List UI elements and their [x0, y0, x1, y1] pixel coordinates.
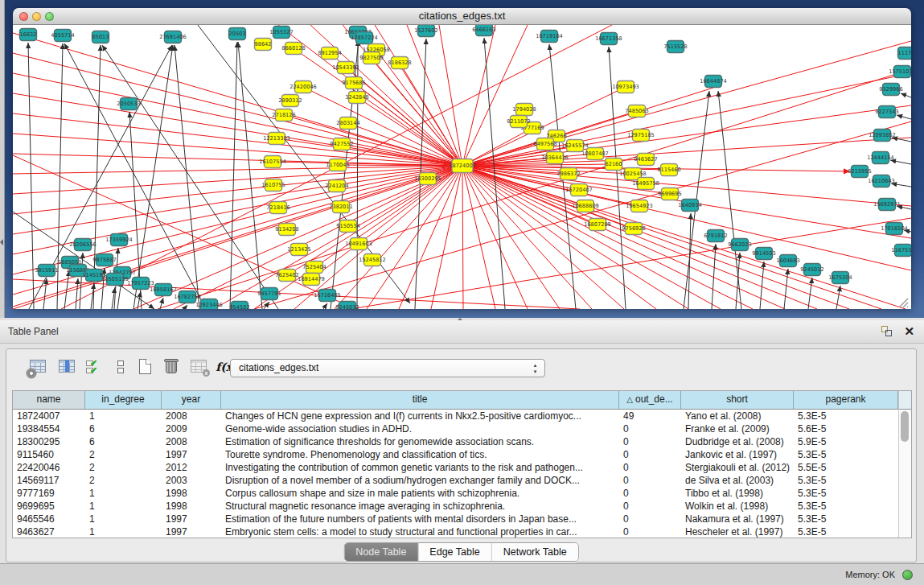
network-node[interactable]: [70, 265, 87, 277]
network-node[interactable]: [541, 31, 558, 43]
memory-indicator-icon[interactable]: [902, 570, 913, 580]
network-edge[interactable]: [184, 305, 187, 309]
cell-in_degree[interactable]: 1: [85, 525, 162, 538]
cell-pagerank[interactable]: 5.3E-5: [794, 513, 898, 525]
network-node[interactable]: [121, 98, 138, 110]
cell-year[interactable]: 2008: [162, 435, 221, 448]
network-node[interactable]: [606, 159, 622, 171]
network-edge[interactable]: [76, 278, 78, 309]
network-node[interactable]: [879, 106, 896, 118]
network-node[interactable]: [270, 202, 287, 214]
network-node[interactable]: [107, 274, 124, 286]
network-node[interactable]: [133, 278, 150, 290]
citation-network-graph[interactable]: 1663240557148501327691406205031055327106…: [13, 25, 911, 309]
network-node[interactable]: [346, 77, 363, 89]
network-node[interactable]: [306, 262, 323, 274]
network-node[interactable]: [601, 33, 618, 45]
network-node[interactable]: [97, 254, 113, 266]
network-edge[interactable]: [462, 25, 528, 166]
network-node[interactable]: [75, 239, 92, 251]
cell-title[interactable]: Structural magnetic resonance image aver…: [221, 500, 619, 513]
west-collapse-arrow-icon[interactable]: [0, 239, 3, 245]
network-edge[interactable]: [462, 166, 634, 229]
cell-pagerank[interactable]: 5.3E-5: [794, 410, 898, 422]
table-row[interactable]: 969969511998Structural magnetic resonanc…: [13, 500, 911, 513]
network-node[interactable]: [165, 31, 182, 43]
network-node[interactable]: [340, 220, 357, 233]
table-row[interactable]: 2242004622012Investigating the contribut…: [13, 461, 911, 474]
vertical-scrollbar[interactable]: [898, 391, 911, 538]
network-node[interactable]: [303, 274, 320, 286]
cell-name[interactable]: 9777169: [13, 487, 85, 500]
float-window-icon[interactable]: [881, 326, 892, 336]
scrollbar-thumb[interactable]: [901, 411, 909, 442]
network-node[interactable]: [179, 291, 196, 303]
network-node[interactable]: [561, 168, 577, 180]
network-node[interactable]: [363, 52, 380, 64]
cell-title[interactable]: Genome-wide association studies in ADHD.: [221, 422, 619, 435]
network-edge[interactable]: [264, 302, 269, 309]
column-header-name[interactable]: name: [13, 391, 85, 409]
cell-out_de[interactable]: 0: [619, 487, 681, 500]
network-edge[interactable]: [13, 134, 462, 166]
cell-out_de[interactable]: 0: [619, 513, 681, 525]
column-header-out_de[interactable]: △out_de...: [619, 391, 681, 409]
network-node[interactable]: [511, 116, 528, 128]
tab-edge-table[interactable]: Edge Table: [418, 543, 491, 561]
network-edge[interactable]: [462, 166, 528, 309]
network-node[interactable]: [638, 178, 655, 190]
network-node[interactable]: [708, 230, 725, 242]
network-edge[interactable]: [367, 166, 462, 309]
table-row[interactable]: 1456911722003Disruption of a novel membe…: [13, 474, 911, 487]
network-edge[interactable]: [897, 115, 911, 119]
network-node[interactable]: [55, 30, 72, 42]
network-node[interactable]: [780, 255, 797, 267]
new-column-icon[interactable]: [135, 356, 158, 378]
network-node[interactable]: [285, 43, 302, 55]
row-height-icon[interactable]: [109, 356, 132, 378]
network-node[interactable]: [895, 245, 912, 257]
network-edge[interactable]: [718, 91, 741, 309]
network-node[interactable]: [705, 76, 722, 88]
network-node[interactable]: [279, 270, 296, 282]
network-node[interactable]: [571, 184, 588, 196]
cell-pagerank[interactable]: 5.6E-5: [794, 422, 898, 435]
cell-in_degree[interactable]: 1: [85, 487, 162, 500]
network-node[interactable]: [638, 154, 655, 166]
network-node[interactable]: [364, 254, 381, 266]
network-node[interactable]: [589, 219, 606, 231]
column-header-short[interactable]: short: [681, 391, 794, 409]
network-node[interactable]: [155, 284, 172, 296]
network-edge[interactable]: [13, 93, 462, 166]
cell-out_de[interactable]: 0: [619, 500, 681, 513]
network-node[interactable]: [201, 299, 218, 310]
network-node[interactable]: [356, 32, 373, 44]
network-node[interactable]: [832, 272, 849, 284]
network-edge[interactable]: [431, 166, 462, 309]
close-panel-icon[interactable]: ✕: [904, 323, 914, 340]
network-edge[interactable]: [904, 230, 911, 232]
cell-pagerank[interactable]: 5.3E-5: [794, 474, 898, 487]
network-node[interactable]: [265, 179, 282, 192]
network-edge[interactable]: [890, 160, 911, 164]
network-node[interactable]: [567, 140, 584, 152]
network-node[interactable]: [476, 25, 493, 36]
cell-out_de[interactable]: 0: [619, 461, 681, 474]
network-edge[interactable]: [230, 42, 237, 309]
table-row[interactable]: 1938455462009Genome-wide association stu…: [13, 422, 911, 435]
tab-node-table[interactable]: Node Table: [344, 543, 418, 561]
cell-year[interactable]: 1998: [162, 487, 221, 500]
network-node[interactable]: [334, 138, 351, 150]
network-edge[interactable]: [462, 25, 495, 166]
cell-in_degree[interactable]: 1: [85, 410, 162, 422]
cell-short[interactable]: Yano et al. (2008): [681, 410, 794, 422]
network-node[interactable]: [732, 239, 749, 251]
network-node[interactable]: [276, 109, 293, 122]
column-header-pagerank[interactable]: pagerank: [794, 391, 898, 409]
cell-short[interactable]: Hescheler et al. (1997): [681, 525, 794, 538]
network-node[interactable]: [883, 84, 900, 96]
network-node[interactable]: [420, 173, 437, 185]
network-edge[interactable]: [28, 43, 34, 309]
cell-name[interactable]: 22420046: [13, 461, 85, 474]
network-node[interactable]: [269, 133, 285, 145]
